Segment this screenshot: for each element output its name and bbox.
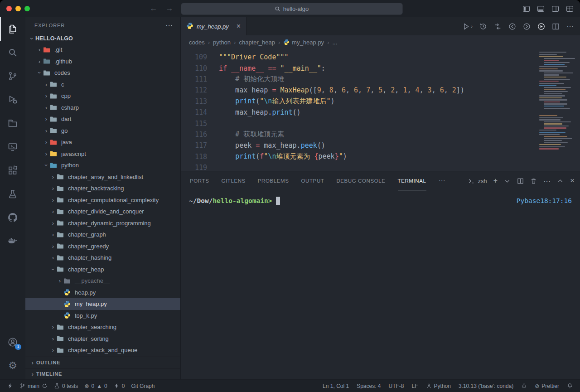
tree-item[interactable]: ›c	[25, 79, 180, 91]
search-icon[interactable]	[0, 41, 25, 64]
status-prettier[interactable]: ⊘Prettier	[532, 380, 562, 392]
open-changes-icon[interactable]	[494, 23, 502, 30]
run-code-icon[interactable]	[537, 23, 545, 30]
status-tests[interactable]: 0 tests	[51, 380, 81, 392]
panel-tab-terminal[interactable]: TERMINAL	[398, 171, 426, 190]
status-notifications[interactable]	[564, 380, 575, 392]
panel-tab-output[interactable]: OUTPUT	[301, 171, 324, 190]
tree-item[interactable]: ›chapter_computational_complexity	[25, 194, 180, 206]
tree-item[interactable]: ›chapter_backtracking	[25, 183, 180, 194]
status-git-graph[interactable]: Git Graph	[128, 380, 157, 392]
tree-item[interactable]: ›chapter_heap	[25, 264, 180, 276]
tab-my-heap[interactable]: my_heap.py ×	[181, 17, 246, 35]
kill-terminal-icon[interactable]	[530, 178, 537, 184]
code-editor[interactable]: 109"""Driver Code"""110if __name__ == "_…	[181, 49, 580, 171]
panel-tab-ports[interactable]: PORTS	[190, 171, 209, 190]
outline-section[interactable]: › OUTLINE	[25, 357, 180, 368]
status-git-branch[interactable]: main	[17, 380, 50, 392]
run-python-file-button[interactable]: ›	[462, 23, 473, 30]
breadcrumb-item[interactable]: chapter_heap	[239, 39, 275, 46]
previous-change-icon[interactable]	[508, 23, 516, 30]
timeline-section[interactable]: › TIMELINE	[25, 368, 180, 379]
more-actions-icon[interactable]: ⋯	[566, 22, 574, 31]
extensions-icon[interactable]	[0, 159, 25, 182]
panel-more-tabs-icon[interactable]: ⋯	[439, 177, 445, 185]
tree-item[interactable]: ›chapter_divide_and_conquer	[25, 206, 180, 218]
terminal-profile-selector[interactable]: zsh	[468, 178, 487, 184]
view-history-icon[interactable]	[479, 23, 487, 30]
close-window-button[interactable]	[6, 6, 12, 11]
tree-item[interactable]: ›cpp	[25, 90, 180, 102]
maximize-panel-icon[interactable]	[557, 178, 564, 184]
status-encoding[interactable]: UTF-8	[386, 380, 407, 392]
terminal-dropdown-icon[interactable]	[504, 178, 511, 184]
explorer-more-actions-icon[interactable]: ⋯	[165, 21, 173, 29]
minimize-window-button[interactable]	[15, 6, 21, 11]
tree-item[interactable]: ›python	[25, 160, 180, 171]
next-change-icon[interactable]	[523, 23, 531, 30]
back-icon[interactable]: ←	[150, 4, 158, 13]
tree-item[interactable]: ›chapter_searching	[25, 321, 180, 333]
tree-item[interactable]: ›chapter_greedy	[25, 241, 180, 252]
panel-tab-gitlens[interactable]: GITLENS	[221, 171, 245, 190]
status-server[interactable]	[518, 380, 530, 392]
project-folder-icon[interactable]	[0, 111, 25, 135]
tree-item[interactable]: ›javascript	[25, 148, 180, 160]
minimap[interactable]	[539, 52, 578, 171]
tree-item[interactable]: ›java	[25, 136, 180, 148]
breadcrumb-item[interactable]: python	[213, 39, 231, 46]
split-editor-icon[interactable]	[552, 23, 560, 30]
settings-icon[interactable]: ⚙	[0, 354, 25, 377]
workspace-root-folder[interactable]: › HELLO-ALGO	[25, 33, 180, 44]
tree-item[interactable]: ›.git	[25, 44, 180, 56]
terminal-more-actions-icon[interactable]: ⋯	[543, 177, 551, 185]
tree-item[interactable]: ›__pycache__	[25, 275, 180, 287]
tree-item[interactable]: ›chapter_hashing	[25, 252, 180, 264]
status-remote-indicator[interactable]	[5, 380, 16, 392]
tree-item[interactable]: ›chapter_graph	[25, 229, 180, 241]
panel-tab-debug-console[interactable]: DEBUG CONSOLE	[336, 171, 385, 190]
tree-item[interactable]: heap.py	[25, 287, 180, 299]
status-bolt-count[interactable]: 0	[111, 380, 128, 392]
status-cursor-position[interactable]: Ln 1, Col 1	[320, 380, 352, 392]
status-indentation[interactable]: Spaces: 4	[354, 380, 383, 392]
toggle-sidebar-icon[interactable]	[522, 5, 530, 13]
tree-item[interactable]: ›chapter_stack_and_queue	[25, 344, 180, 356]
toggle-secondary-sidebar-icon[interactable]	[551, 5, 559, 13]
tree-item[interactable]: ›codes	[25, 67, 180, 79]
docker-icon[interactable]	[0, 229, 25, 253]
breadcrumb-item[interactable]: codes	[189, 39, 205, 46]
tree-item[interactable]: ›chapter_sorting	[25, 333, 180, 345]
status-problems[interactable]: ⊗0▲0	[82, 380, 110, 392]
tree-item[interactable]: top_k.py	[25, 310, 180, 322]
status-eol[interactable]: LF	[409, 380, 421, 392]
tree-item[interactable]: my_heap.py	[25, 298, 180, 310]
status-language-mode[interactable]: Python	[423, 380, 454, 392]
tree-item[interactable]: ›dart	[25, 113, 180, 125]
tree-item[interactable]: ›chapter_dynamic_programming	[25, 218, 180, 229]
close-tab-icon[interactable]: ×	[237, 22, 241, 30]
explorer-icon[interactable]	[0, 17, 25, 41]
command-center-search[interactable]: hello-algo	[181, 3, 403, 15]
toggle-panel-icon[interactable]	[537, 5, 545, 13]
breadcrumb-item[interactable]: my_heap.py	[283, 39, 324, 46]
status-python-interpreter[interactable]: 3.10.13 ('base': conda)	[456, 380, 516, 392]
new-terminal-icon[interactable]: +	[493, 177, 498, 185]
zoom-window-button[interactable]	[24, 6, 30, 11]
remote-explorer-icon[interactable]	[0, 135, 25, 159]
split-terminal-icon[interactable]	[517, 178, 524, 184]
run-debug-icon[interactable]	[0, 88, 25, 111]
tree-item[interactable]: ›go	[25, 125, 180, 137]
terminal-area[interactable]: ~/Dow/hello-algo main >Py base 18:17:16	[181, 190, 580, 379]
github-icon[interactable]	[0, 206, 25, 229]
tree-item[interactable]: ›csharp	[25, 102, 180, 114]
source-control-icon[interactable]	[0, 64, 25, 88]
forward-icon[interactable]: →	[166, 4, 174, 13]
tree-item[interactable]: ›chapter_array_and_linkedlist	[25, 171, 180, 183]
account-icon[interactable]: 1	[0, 330, 25, 354]
tree-item[interactable]: ›.github	[25, 56, 180, 68]
panel-tab-problems[interactable]: PROBLEMS	[258, 171, 289, 190]
customize-layout-icon[interactable]	[566, 5, 574, 13]
testing-icon[interactable]	[0, 182, 25, 206]
close-panel-icon[interactable]: ×	[570, 176, 575, 185]
